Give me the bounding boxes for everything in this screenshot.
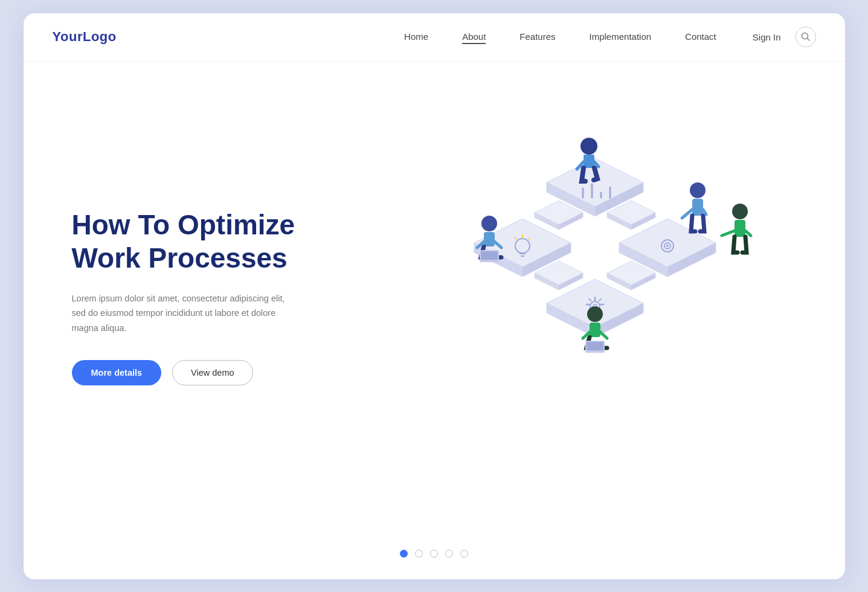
nav-right: Sign In bbox=[753, 27, 816, 47]
slide-dot-5[interactable] bbox=[460, 550, 468, 558]
svg-rect-60 bbox=[590, 323, 600, 337]
view-demo-button[interactable]: View demo bbox=[172, 360, 252, 385]
btn-row: More details View demo bbox=[72, 360, 326, 385]
search-icon bbox=[801, 32, 811, 42]
hero-title: How To Optimize Work Processes bbox=[72, 208, 326, 274]
nav-item-implementation[interactable]: Implementation bbox=[590, 31, 652, 42]
svg-point-49 bbox=[580, 138, 597, 155]
svg-rect-56 bbox=[692, 199, 703, 216]
slide-dot-2[interactable] bbox=[415, 550, 423, 558]
svg-rect-50 bbox=[583, 155, 594, 168]
nav-item-features[interactable]: Features bbox=[519, 31, 555, 42]
isometric-scene bbox=[402, 122, 788, 472]
nav-item-about[interactable]: About bbox=[462, 31, 486, 42]
svg-rect-52 bbox=[484, 232, 495, 246]
svg-point-59 bbox=[587, 306, 603, 322]
svg-point-55 bbox=[690, 182, 706, 198]
navbar: YourLogo Home About Features Implementat… bbox=[24, 13, 845, 62]
hero-description: Lorem ipsum dolor sit amet, consectetur … bbox=[72, 291, 289, 336]
slide-dot-3[interactable] bbox=[430, 550, 438, 558]
hero-illustration bbox=[326, 86, 816, 509]
hero-left: How To Optimize Work Processes Lorem ips… bbox=[72, 208, 326, 385]
svg-rect-62 bbox=[587, 342, 603, 350]
nav-link-about[interactable]: About bbox=[462, 31, 486, 44]
svg-point-23 bbox=[666, 245, 669, 247]
browser-frame: YourLogo Home About Features Implementat… bbox=[24, 13, 845, 579]
more-details-button[interactable]: More details bbox=[72, 360, 162, 385]
svg-rect-54 bbox=[481, 251, 498, 260]
logo[interactable]: YourLogo bbox=[53, 29, 117, 45]
slide-dots bbox=[24, 533, 845, 579]
nav-item-home[interactable]: Home bbox=[404, 31, 428, 42]
nav-link-home[interactable]: Home bbox=[404, 31, 428, 42]
slide-dot-4[interactable] bbox=[445, 550, 453, 558]
svg-line-1 bbox=[807, 39, 809, 41]
nav-link-contact[interactable]: Contact bbox=[685, 31, 716, 42]
svg-point-57 bbox=[732, 204, 748, 219]
nav-links: Home About Features Implementation Conta… bbox=[404, 31, 716, 42]
svg-rect-58 bbox=[735, 220, 745, 237]
nav-item-contact[interactable]: Contact bbox=[685, 31, 716, 42]
slide-dot-1[interactable] bbox=[400, 550, 408, 558]
nav-link-implementation[interactable]: Implementation bbox=[590, 31, 652, 42]
hero-section: How To Optimize Work Processes Lorem ips… bbox=[24, 62, 845, 533]
svg-point-51 bbox=[481, 216, 497, 231]
nav-link-features[interactable]: Features bbox=[519, 31, 555, 42]
search-button[interactable] bbox=[796, 27, 816, 47]
signin-link[interactable]: Sign In bbox=[753, 32, 781, 42]
